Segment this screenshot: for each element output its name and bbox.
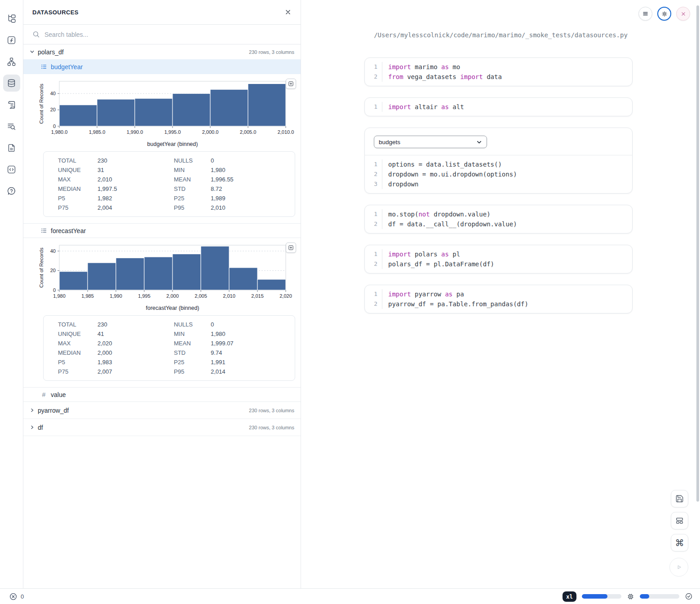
run-all-button[interactable] <box>669 558 688 577</box>
code-line[interactable]: 2df = data.__call__(dropdown.value) <box>365 219 632 229</box>
gear-icon <box>661 10 668 18</box>
code-line[interactable]: 1import pyarrow as pa <box>365 289 632 299</box>
svg-text:40: 40 <box>50 91 56 96</box>
code-line[interactable]: 2from vega_datasets import data <box>365 72 632 82</box>
forecastYear-histogram: 020401,9801,9851,9901,9952,0002,0052,010… <box>37 241 297 312</box>
sidebar-item-help[interactable] <box>3 182 20 199</box>
table-row-polars-df[interactable]: polars_df 230 rows, 3 columns <box>23 44 301 59</box>
sidebar-item-snippets[interactable] <box>3 139 20 156</box>
code-cell[interactable]: 1import pyarrow as pa2pyarrow_df = pa.Ta… <box>364 285 633 313</box>
histogram-bar <box>135 98 173 126</box>
code-cell[interactable]: 1import polars as pl2polars_df = pl.Data… <box>364 245 633 273</box>
error-counter[interactable]: 0 <box>9 592 24 601</box>
sidebar-item-file-tree[interactable] <box>3 10 20 27</box>
layout-panels-button[interactable] <box>671 512 688 529</box>
search-input[interactable] <box>44 31 292 38</box>
stat-label: P95 <box>174 203 211 212</box>
stat-label: NULLS <box>174 156 211 165</box>
stat-label: MIN <box>174 165 211 175</box>
activity-rail <box>0 0 23 588</box>
table-name: df <box>38 424 43 431</box>
histogram-bar <box>257 279 286 290</box>
sidebar-item-datasources[interactable] <box>3 75 20 92</box>
sidebar-item-search[interactable] <box>3 118 20 135</box>
sidebar-item-functions[interactable] <box>3 31 20 48</box>
code-line[interactable]: 1mo.stop(not dropdown.value) <box>365 209 632 219</box>
stat-label: UNIQUE <box>58 329 97 339</box>
svg-text:1,990.0: 1,990.0 <box>127 129 143 135</box>
status-bar: 0 xl <box>0 588 700 604</box>
code-cell[interactable]: 1import altair as alt <box>364 97 633 116</box>
table-row-pyarrow-df[interactable]: pyarrow_df 230 rows, 3 columns <box>23 402 301 419</box>
hamburger-menu-icon <box>642 10 649 17</box>
code-line[interactable]: 2pyarrow_df = pa.Table.from_pandas(df) <box>365 299 632 309</box>
histogram-bar <box>210 89 248 126</box>
column-row-value[interactable]: # value <box>23 387 301 402</box>
table-row-df[interactable]: df 230 rows, 3 columns <box>23 419 301 436</box>
stat-label: MAX <box>58 175 97 184</box>
shutdown-button[interactable] <box>676 7 690 21</box>
menu-button[interactable] <box>638 7 652 21</box>
code-line[interactable]: 2dropdown = mo.ui.dropdown(options) <box>365 169 632 179</box>
close-panel-button[interactable] <box>284 9 292 16</box>
close-icon <box>284 9 292 16</box>
code-line[interactable]: 1options = data.list_datasets() <box>365 159 632 169</box>
stat-value: 2,000 <box>97 348 174 357</box>
stat-label: MEAN <box>174 175 211 184</box>
column-row-budgetYear[interactable]: budgetYear <box>23 59 301 74</box>
column-row-forecastYear[interactable]: forecastYear <box>23 223 301 238</box>
chevron-down-icon <box>476 139 482 145</box>
code-line[interactable]: 1import polars as pl <box>365 249 632 259</box>
stat-label: MEDIAN <box>58 184 97 194</box>
width-badge[interactable]: xl <box>563 591 576 602</box>
svg-text:1,985: 1,985 <box>81 293 94 299</box>
line-number: 3 <box>365 179 382 189</box>
list-type-icon <box>40 227 47 234</box>
code-line[interactable]: 1import marimo as mo <box>365 62 632 72</box>
histogram-bar <box>173 93 210 126</box>
stat-value: 1,997.5 <box>97 184 174 194</box>
svg-text:2,010.0: 2,010.0 <box>278 129 294 135</box>
line-number: 1 <box>365 62 382 72</box>
save-button[interactable] <box>671 490 688 507</box>
stat-label: P5 <box>58 194 97 203</box>
keyboard-shortcuts-button[interactable]: ⌘ <box>671 534 688 551</box>
stat-value: 2,010 <box>211 203 295 212</box>
line-number: 2 <box>365 169 382 179</box>
code-cell[interactable]: 1mo.stop(not dropdown.value)2df = data._… <box>364 205 633 234</box>
histogram-bar <box>144 257 173 290</box>
sidebar-item-console[interactable] <box>3 161 20 178</box>
scrollbar-thumb[interactable] <box>696 5 699 502</box>
sidebar-item-logs[interactable] <box>3 96 20 113</box>
code-cell[interactable]: 1import marimo as mo2from vega_datasets … <box>364 57 633 86</box>
database-icon <box>7 79 16 88</box>
table-name: pyarrow_df <box>38 407 69 414</box>
expand-chart-button[interactable] <box>286 242 296 253</box>
svg-text:2,010: 2,010 <box>223 293 235 299</box>
code-line[interactable]: 2polars_df = pl.DataFrame(df) <box>365 259 632 269</box>
stat-label: STD <box>174 348 211 357</box>
code-line[interactable]: 3dropdown <box>365 179 632 189</box>
connection-check-icon[interactable] <box>685 592 693 600</box>
code-line[interactable]: 1import altair as alt <box>365 102 632 112</box>
svg-text:0: 0 <box>53 123 56 129</box>
dataset-dropdown[interactable]: budgets <box>374 136 487 148</box>
code-cell[interactable]: budgets1options = data.list_datasets()2d… <box>364 128 633 194</box>
expand-chart-button[interactable] <box>286 79 296 89</box>
histogram-bar <box>229 268 257 290</box>
histogram-bar <box>201 246 229 290</box>
svg-text:40: 40 <box>50 248 56 254</box>
histogram-bar <box>88 263 116 290</box>
circle-x-icon <box>9 592 18 601</box>
svg-text:2,020: 2,020 <box>279 293 292 299</box>
histogram-bar <box>59 105 97 126</box>
stat-value: 1,999.07 <box>211 339 295 348</box>
chevron-down-icon <box>30 49 35 54</box>
chevron-right-icon <box>30 425 35 430</box>
layout-panels-icon <box>675 516 684 525</box>
help-bubble-icon <box>7 186 16 196</box>
file-path: /Users/mylesscolnick/code/marimo/marimo/… <box>301 31 700 39</box>
sidebar-item-dependencies[interactable] <box>3 53 20 70</box>
svg-text:2,000: 2,000 <box>166 293 179 299</box>
settings-button[interactable] <box>657 7 671 21</box>
